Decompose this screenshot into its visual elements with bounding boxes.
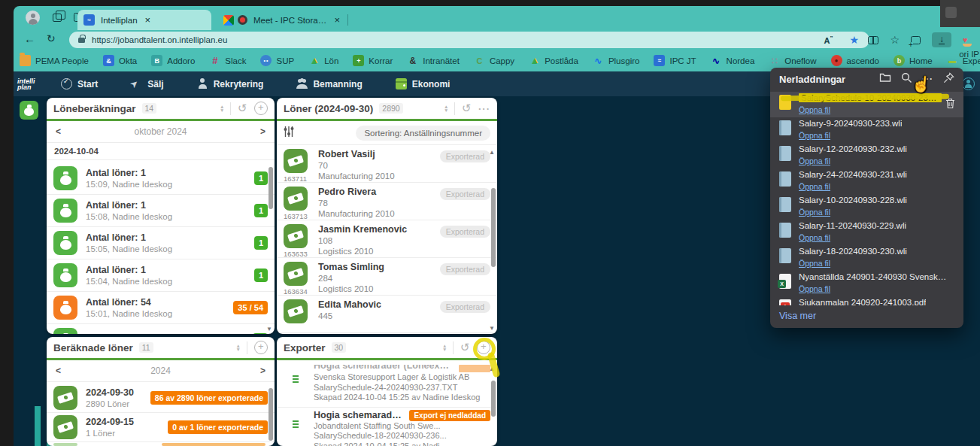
search-downloads-icon[interactable] (901, 72, 912, 86)
open-file-link[interactable]: Öppna fil (799, 284, 830, 293)
download-item[interactable]: Salary-24-20240930-231.wli Öppna fil (770, 168, 963, 194)
sort-icon[interactable]: ▲▼ (442, 344, 447, 351)
bookmark-item[interactable]: Nordea (711, 55, 755, 66)
delete-download-icon[interactable] (945, 98, 955, 112)
salary-row[interactable]: Edita Mahovic 445 Exporterad (277, 296, 497, 333)
download-item[interactable]: Nyanställda 240901-240930 Svenska STS.xl… (770, 271, 963, 296)
favorite-star-icon[interactable] (849, 34, 859, 46)
salary-row[interactable]: 163713 Pedro Rivera 78 Manufacturing 201… (277, 183, 497, 220)
open-file-link[interactable]: Öppna fil (799, 131, 830, 140)
refresh-icon[interactable]: ↻ (462, 102, 472, 115)
prev-year-button[interactable]: < (56, 366, 61, 376)
salary-row[interactable]: 163634 Tomas Simling 284 Logistics 2010 … (277, 258, 497, 296)
calculated-salary-row[interactable]: 2024-09-30 2890 Löner 86 av 2890 löner e… (47, 384, 275, 413)
sidebar-money-bag-icon[interactable] (20, 101, 38, 120)
refresh-icon[interactable]: ↻ (460, 341, 470, 354)
salary-calc-row[interactable]: Antal löner: 54 15:01, Nadine Ideskog 35… (47, 292, 275, 324)
bookmark-item[interactable]: Korrar (353, 55, 393, 66)
bookmark-item[interactable]: Addoro (151, 55, 195, 66)
nav-item[interactable]: Bemanning (296, 78, 362, 90)
nav-item[interactable]: Rekrytering (197, 78, 264, 90)
nav-item[interactable]: Sälj (131, 78, 163, 90)
export-row[interactable]: Hogia schemarader (Löneexpo... Export ej… (277, 408, 497, 446)
bookmark-item[interactable]: PEMA People (20, 55, 89, 66)
open-file-link[interactable]: Öppna fil (799, 208, 830, 217)
scroll-up-icon[interactable]: ▲ (489, 366, 495, 372)
salary-calc-row[interactable]: Antal löner: 1 15:08, Nadine Ideskog 1 (47, 195, 275, 227)
bookmark-item[interactable]: Intranätet (407, 55, 460, 66)
open-file-link[interactable]: Öppna fil (799, 105, 830, 114)
add-export-icon[interactable] (477, 341, 490, 354)
open-file-link[interactable]: Öppna fil (799, 259, 830, 268)
next-year-button[interactable]: > (260, 366, 265, 376)
workspaces-icon[interactable] (53, 14, 62, 22)
user-profile-icon[interactable] (962, 77, 975, 90)
open-file-link[interactable]: Öppna fil (799, 182, 830, 191)
refresh-icon[interactable]: ↻ (238, 102, 247, 115)
export-row[interactable]: Hogia schemarader (Löneexport (Schemarad… (277, 363, 497, 408)
scroll-down-icon[interactable]: ▼ (489, 325, 495, 332)
address-bar[interactable]: https://jobandtalent.on.intelliplan.eu (69, 32, 869, 48)
bookmark-item[interactable]: Plusgiro (593, 55, 640, 66)
back-icon[interactable]: ← (24, 32, 35, 45)
filter-sliders-icon[interactable] (284, 126, 294, 141)
download-item[interactable]: Salary-9-20240930-233.wli Öppna fil (770, 117, 963, 143)
download-item[interactable]: Sjukanmalan 240920-241003.pdf Öppna fil (770, 296, 963, 305)
more-options-icon[interactable]: ··· (478, 103, 490, 114)
scrollbar-thumb[interactable] (269, 388, 273, 441)
salary-calc-row[interactable]: Antal löner: 18 18 (47, 324, 275, 334)
bookmark-item[interactable]: Home (894, 55, 933, 66)
pin-downloads-icon[interactable] (943, 72, 954, 86)
bookmark-item[interactable]: Slack (209, 55, 246, 66)
tab-close-icon[interactable]: × (145, 14, 151, 26)
browser-essentials-icon[interactable] (963, 35, 972, 44)
download-item[interactable]: Salary-18-20240930-230.wli Öppna fil (770, 245, 963, 271)
next-month-button[interactable]: > (260, 126, 265, 137)
open-downloads-folder-icon[interactable] (879, 72, 891, 86)
read-aloud-icon[interactable] (824, 35, 833, 45)
nav-item[interactable]: Start (61, 78, 98, 90)
favorites-icon[interactable] (890, 34, 900, 46)
salary-calc-row[interactable]: Antal löner: 1 15:09, Nadine Ideskog 1 (47, 162, 275, 195)
tab-close-icon[interactable]: × (334, 14, 340, 26)
open-file-link[interactable]: Öppna fil (799, 156, 830, 165)
browser-profile-avatar[interactable] (26, 11, 40, 25)
salary-row[interactable]: 163633 Jasmin Kremenovic 108 Logistics 2… (277, 220, 497, 258)
sort-icon[interactable]: ▲▼ (444, 105, 448, 112)
nav-item[interactable]: Ekonomi (396, 78, 451, 90)
calculated-salary-row[interactable]: 2024-09-15 1 Löner 0 av 1 löner exporter… (47, 413, 275, 442)
tab-meet[interactable]: Meet - IPC Stora hämtninge × (217, 10, 346, 30)
downloads-button[interactable]: ↓ (932, 32, 951, 47)
scrollbar-thumb[interactable] (491, 188, 496, 267)
refresh-icon[interactable]: ↻ (47, 32, 56, 44)
bookmark-item[interactable]: Okta (103, 55, 137, 66)
scrollbar-thumb[interactable] (491, 381, 496, 417)
download-item[interactable]: Salary-11-20240930-229.wli Öppna fil (770, 220, 963, 245)
prev-month-button[interactable]: < (56, 126, 61, 137)
download-item[interactable]: Salary-12-20240930-232.wli Öppna fil (770, 143, 963, 168)
intelliplan-logo[interactable]: intelli plan (17, 78, 44, 90)
bookmark-item[interactable]: Oneflow (769, 55, 816, 66)
show-more-link[interactable]: Visa mer (779, 311, 816, 321)
bookmark-item[interactable]: Lön (308, 55, 338, 66)
bookmark-item[interactable]: Postlåda (529, 55, 578, 66)
salary-calc-row[interactable]: Antal löner: 1 15:04, Nadine Ideskog 1 (47, 259, 275, 292)
salary-row[interactable]: 163711 Robert Vasilj 70 Manufacturing 20… (277, 145, 497, 183)
bookmark-item[interactable]: Cappy (474, 55, 514, 66)
scroll-up-icon[interactable]: ▲ (489, 149, 495, 156)
scrollbar-thumb[interactable] (269, 167, 273, 209)
sorting-pill[interactable]: Sortering: Anställningsnummer (356, 126, 490, 141)
split-screen-icon[interactable] (868, 36, 878, 44)
sort-icon[interactable]: ▲▼ (236, 344, 241, 351)
tab-intelliplan[interactable]: Intelliplan × (77, 10, 211, 30)
collections-icon[interactable] (911, 36, 921, 44)
download-item[interactable]: SalarySchedule-10-20240930-234.TXT Öppna… (770, 92, 963, 117)
scroll-down-icon[interactable]: ▼ (266, 326, 272, 332)
sort-icon[interactable]: ▲▼ (220, 105, 224, 112)
bookmark-item[interactable]: SUP (260, 55, 294, 66)
salary-calc-row[interactable]: Antal löner: 1 15:05, Nadine Ideskog 1 (47, 227, 275, 259)
add-icon[interactable] (254, 341, 268, 354)
download-item[interactable]: Salary-10-20240930-228.wli Öppna fil (770, 194, 963, 220)
add-icon[interactable] (254, 102, 268, 115)
open-file-link[interactable]: Öppna fil (799, 233, 830, 242)
